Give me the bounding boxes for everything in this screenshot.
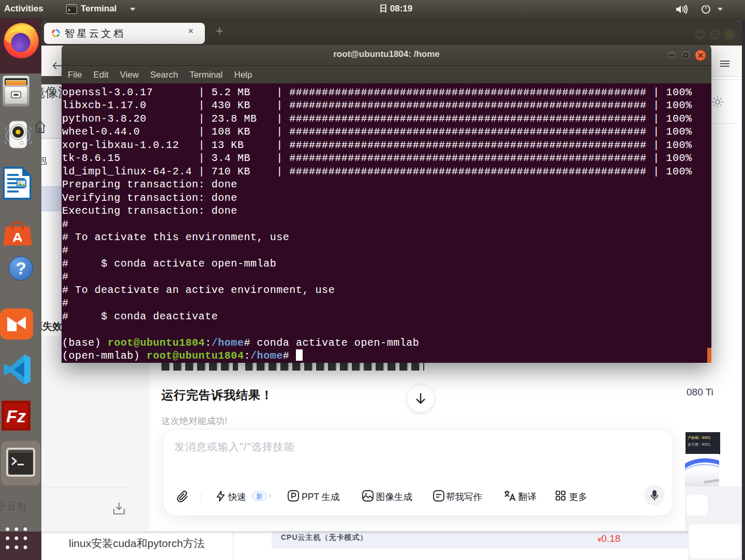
svg-text:A: A	[12, 231, 22, 244]
svg-text:Fz: Fz	[6, 406, 26, 426]
